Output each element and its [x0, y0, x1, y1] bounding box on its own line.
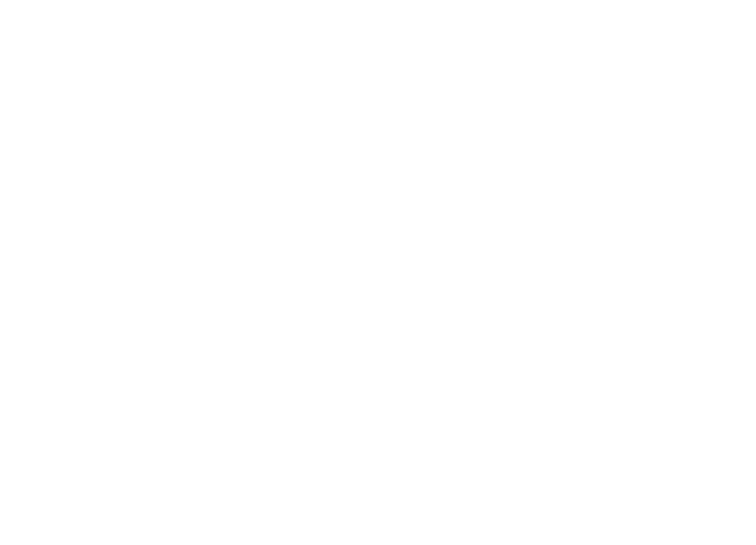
diagram-canvas [0, 0, 756, 545]
diagram-svg [0, 0, 756, 545]
